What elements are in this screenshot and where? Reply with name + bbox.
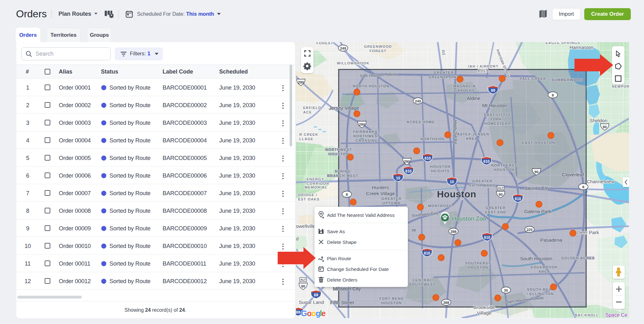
svg-text:ALT: ALT — [498, 186, 503, 189]
svg-text:Fifth Street: Fifth Street — [330, 300, 354, 305]
svg-text:HOUSTON: HOUSTON — [468, 266, 488, 269]
svg-text:8: 8 — [346, 193, 348, 196]
svg-text:HOUSTON: HOUSTON — [381, 301, 402, 305]
svg-text:EAST END: EAST END — [485, 210, 506, 214]
svg-text:Delete Shape: Delete Shape — [327, 239, 357, 245]
svg-text:MAGNOLIA: MAGNOLIA — [453, 84, 476, 88]
svg-text:Save As: Save As — [327, 229, 345, 234]
svg-text:Add The Nearest Valid Address: Add The Nearest Valid Address — [327, 212, 395, 218]
svg-text:Houston: Houston — [437, 189, 476, 199]
svg-text:FOREST: FOREST — [369, 49, 386, 53]
svg-text:MONTROSE: MONTROSE — [428, 204, 452, 208]
svg-text:SUMMERWOOD: SUMMERWOOD — [552, 78, 583, 82]
svg-text:NORTHSIDE: NORTHSIDE — [420, 137, 445, 141]
svg-text:Delete Orders: Delete Orders — [327, 277, 358, 283]
svg-text:290: 290 — [359, 123, 365, 126]
svg-text:owellville: owellville — [296, 223, 315, 229]
svg-text:Channelview: Channelview — [587, 179, 615, 184]
svg-text:90: 90 — [603, 125, 607, 129]
svg-text:HOUSTON: HOUSTON — [328, 152, 349, 156]
svg-text:CORRIDOR: CORRIDOR — [307, 182, 329, 185]
svg-text:288: 288 — [450, 230, 457, 233]
svg-text:69: 69 — [491, 88, 495, 93]
svg-text:SPRING: SPRING — [335, 169, 351, 173]
svg-text:Sugar Land: Sugar Land — [299, 299, 324, 305]
svg-text:Space Ce: Space Ce — [605, 312, 627, 318]
svg-text:BRANCH WEST: BRANCH WEST — [327, 174, 358, 178]
svg-text:GREENSPOINT: GREENSPOINT — [429, 75, 459, 79]
svg-text:ENERGY: ENERGY — [307, 177, 324, 181]
svg-text:d: d — [296, 236, 299, 241]
svg-text:610: 610 — [425, 156, 431, 161]
svg-text:AREA: AREA — [466, 137, 477, 140]
svg-text:Sheldon: Sheldon — [590, 118, 608, 123]
svg-text:Jacinto City: Jacinto City — [525, 185, 550, 191]
svg-text:Deer Park: Deer Park — [577, 230, 599, 235]
svg-text:10: 10 — [396, 176, 400, 180]
svg-text:BAY KNOLL: BAY KNOLL — [575, 313, 599, 317]
svg-text:8: 8 — [552, 93, 554, 97]
svg-text:HOUSTON: HOUSTON — [430, 165, 451, 168]
svg-text:HOMESTEAD: HOMESTEAD — [484, 122, 511, 125]
svg-text:SOUTHWEST: SOUTHWEST — [409, 283, 436, 286]
svg-text:ERFIELD: ERFIELD — [303, 106, 321, 110]
svg-text:DRIDGE /: DRIDGE / — [298, 193, 317, 197]
svg-text:CENTRAL: CENTRAL — [412, 278, 432, 282]
svg-text:LLAGE: LLAGE — [299, 137, 314, 141]
svg-text:NORTHWEST: NORTHWEST — [325, 148, 352, 151]
svg-text:re: re — [412, 227, 416, 233]
svg-text:225: 225 — [526, 228, 533, 232]
svg-text:ACE: ACE — [303, 110, 312, 114]
svg-text:90: 90 — [535, 170, 539, 174]
svg-text:90: 90 — [301, 284, 305, 288]
svg-text:o: o — [311, 309, 316, 318]
svg-text:/ ELLINGTON: / ELLINGTON — [527, 292, 554, 296]
svg-text:Change Scheduled For Date: Change Scheduled For Date — [327, 266, 389, 272]
svg-text:e: e — [321, 309, 326, 318]
svg-text:290: 290 — [404, 160, 410, 163]
svg-text:EAGLE SPRINGS: EAGLE SPRINGS — [546, 42, 580, 45]
svg-text:HOUSTON: HOUSTON — [494, 168, 514, 172]
svg-text:G: G — [301, 309, 307, 318]
svg-text:GREATER: GREATER — [486, 206, 506, 210]
svg-text:Houston Zoo: Houston Zoo — [452, 215, 486, 222]
svg-text:Hardy Toll Rd: Hardy Toll Rd — [453, 120, 458, 144]
svg-text:o: o — [307, 309, 312, 318]
svg-text:Creek Village: Creek Village — [366, 191, 395, 196]
svg-text:69: 69 — [314, 293, 318, 297]
svg-text:NEWPOR: NEWPOR — [612, 85, 629, 88]
svg-text:EDGEBROOK: EDGEBROOK — [531, 265, 558, 269]
svg-text:YORK /: YORK / — [490, 117, 505, 121]
svg-text:610: 610 — [515, 197, 521, 201]
svg-text:610: 610 — [484, 235, 490, 240]
svg-text:MEMORIAL: MEMORIAL — [305, 185, 327, 189]
svg-text:69: 69 — [296, 310, 300, 315]
svg-text:NORTHEAST: NORTHEAST — [491, 163, 517, 167]
svg-text:GOLDEN ACRES: GOLDEN ACRES — [561, 256, 595, 260]
svg-text:FAIRBANKS /: FAIRBANKS / — [353, 130, 380, 134]
svg-text:FIFTH WARD: FIFTH WARD — [469, 184, 496, 187]
svg-text:Pasadena: Pasadena — [540, 237, 562, 243]
svg-text:UPTOWN: UPTOWN — [382, 201, 401, 205]
svg-text:SOUTHEAST: SOUTHEAST — [465, 261, 491, 265]
svg-text:Aldine: Aldine — [467, 96, 480, 101]
svg-text:IAH / AIRPORT: IAH / AIRPORT — [468, 64, 498, 68]
svg-text:249: 249 — [340, 47, 346, 50]
svg-text:WILLOWBROOK: WILLOWBROOK — [337, 61, 369, 65]
svg-text:Harmaston: Harmaston — [569, 45, 593, 50]
svg-text:8: 8 — [582, 185, 585, 189]
svg-text:EASTEX-JENSEN: EASTEX-JENSEN — [454, 132, 489, 136]
svg-text:10: 10 — [450, 180, 454, 184]
svg-text:Galena Park: Galena Park — [524, 209, 551, 214]
svg-text:610: 610 — [424, 251, 430, 255]
svg-text:EAST LITTLE: EAST LITTLE — [484, 113, 511, 117]
svg-text:288: 288 — [443, 301, 449, 305]
svg-text:GREENWOOD: GREENWOOD — [364, 45, 392, 48]
svg-text:90: 90 — [499, 193, 503, 196]
svg-text:CROSSING: CROSSING — [356, 139, 378, 142]
svg-text:249: 249 — [415, 99, 421, 103]
svg-text:FALL CREEK: FALL CREEK — [520, 77, 546, 80]
svg-text:290: 290 — [298, 80, 304, 84]
svg-text:ALT: ALT — [300, 278, 306, 281]
svg-text:Cloverleaf: Cloverleaf — [562, 172, 584, 177]
